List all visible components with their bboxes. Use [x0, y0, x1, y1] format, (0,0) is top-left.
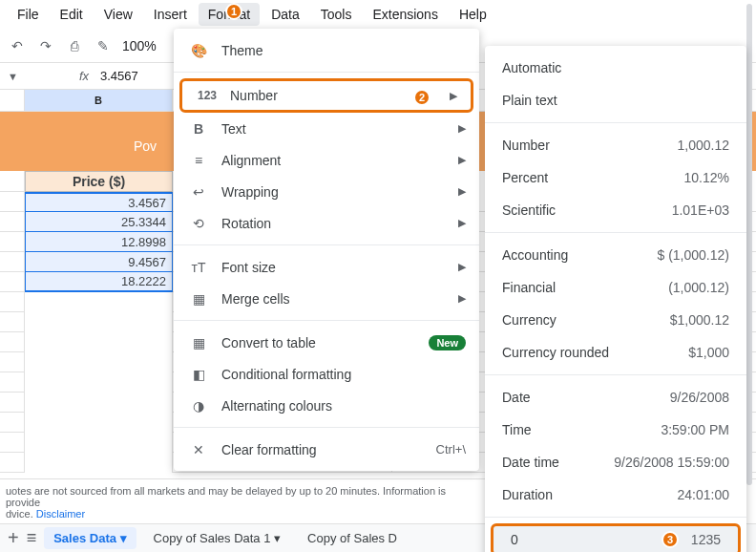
number-format-option[interactable]: Currency$1,000.12 — [485, 304, 746, 336]
column-header-b[interactable]: B — [25, 90, 173, 111]
number-format-submenu: AutomaticPlain textNumber1,000.12Percent… — [485, 46, 746, 552]
menu-item-font-size[interactable]: тTFont size▶ — [174, 251, 479, 283]
format-label: Currency — [502, 312, 556, 328]
menu-tools[interactable]: Tools — [311, 3, 362, 26]
menu-edit[interactable]: Edit — [51, 3, 93, 26]
cell-value[interactable]: 12.8998 — [25, 232, 173, 252]
row-header[interactable] — [0, 171, 25, 192]
paint-format-icon[interactable]: ✎ — [94, 36, 113, 55]
number-format-option[interactable]: Percent10.12% — [485, 161, 746, 194]
formula-value[interactable]: 3.4567 — [100, 69, 138, 83]
format-sample: (1,000.12) — [668, 280, 729, 295]
menu-insert[interactable]: Insert — [144, 3, 197, 26]
number-format-option[interactable]: Accounting$ (1,000.12) — [485, 239, 746, 271]
number-format-option[interactable]: Currency rounded$1,000 — [485, 336, 746, 369]
menu-file[interactable]: File — [8, 3, 49, 26]
menu-item-theme[interactable]: 🎨Theme — [174, 34, 479, 66]
sheet-tab[interactable]: Sales Data ▾ — [44, 527, 136, 549]
menu-item-convert-table[interactable]: ▦Convert to tableNew — [174, 327, 479, 358]
format-sample: 9/26/2008 — [670, 390, 729, 405]
row-header[interactable] — [0, 393, 25, 412]
row-header[interactable] — [0, 433, 25, 452]
menu-item-rotation[interactable]: ⟲Rotation▶ — [174, 207, 479, 239]
format-sample: 24:01:00 — [678, 487, 730, 502]
empty-cell[interactable] — [25, 312, 173, 332]
number-format-option[interactable]: Plain text — [485, 84, 746, 117]
empty-cell[interactable] — [25, 372, 173, 393]
number-format-option[interactable]: Duration24:01:00 — [485, 478, 746, 511]
sheet-tab[interactable]: Copy of Sales D — [298, 527, 407, 549]
empty-cell[interactable] — [25, 433, 173, 453]
new-badge: New — [429, 335, 466, 350]
empty-cell[interactable] — [25, 393, 173, 413]
menu-item-conditional-formatting[interactable]: ◧Conditional formatting — [174, 358, 479, 390]
empty-cell[interactable] — [25, 453, 173, 473]
number-format-option[interactable]: Date9/26/2008 — [485, 381, 746, 414]
cell-value[interactable]: 9.4567 — [25, 252, 173, 272]
menu-item-merge-cells[interactable]: ▦Merge cells▶ — [174, 283, 479, 314]
all-sheets-button[interactable]: ≡ — [27, 528, 37, 548]
chevron-down-icon[interactable]: ▼ — [8, 71, 18, 82]
row-header[interactable] — [0, 413, 25, 432]
cell-value[interactable]: 25.3344 — [25, 212, 173, 232]
menu-extensions[interactable]: Extensions — [363, 3, 447, 26]
row-header[interactable] — [0, 192, 25, 211]
format-label: Time — [502, 422, 532, 437]
format-label: Currency rounded — [502, 345, 609, 360]
menu-item-alternating-colours[interactable]: ◑Alternating colours — [174, 390, 479, 421]
row-header[interactable] — [0, 252, 25, 271]
format-label: 0 — [511, 532, 518, 547]
menu-item-number[interactable]: 123 Number 2 ▶ — [179, 78, 473, 113]
row-header[interactable] — [0, 272, 25, 291]
print-icon[interactable]: ⎙ — [65, 36, 84, 55]
redo-icon[interactable]: ↷ — [36, 36, 55, 55]
banner-text-fragment: Pov — [134, 138, 157, 154]
row-header[interactable] — [0, 332, 25, 351]
annotation-badge-1: 1 — [225, 3, 242, 20]
row-header[interactable] — [0, 232, 25, 251]
menu-data[interactable]: Data — [262, 3, 309, 26]
menu-item-text[interactable]: BText▶ — [174, 113, 479, 144]
annotation-badge-3: 3 — [662, 531, 679, 548]
chevron-right-icon: ▶ — [458, 154, 466, 166]
format-sample: 1.01E+03 — [672, 202, 729, 218]
number-format-option[interactable]: 031235 — [491, 523, 741, 552]
number-format-option[interactable]: Automatic — [485, 52, 746, 84]
fx-icon: fx — [79, 69, 89, 83]
chevron-right-icon: ▶ — [458, 122, 466, 135]
cell-value[interactable]: 18.2222 — [25, 272, 173, 292]
row-header[interactable] — [0, 372, 25, 392]
format-label: Automatic — [502, 60, 561, 75]
disclaimer-link[interactable]: Disclaimer — [36, 508, 85, 520]
row-header[interactable] — [0, 292, 25, 311]
menu-item-clear-formatting[interactable]: ✕Clear formattingCtrl+\ — [174, 434, 479, 465]
sheet-tab[interactable]: Copy of Sales Data 1 ▾ — [144, 527, 290, 549]
format-label: Date — [502, 390, 531, 405]
alignment-icon: ≡ — [189, 151, 208, 170]
number-format-option[interactable]: Number1,000.12 — [485, 129, 746, 161]
cell-value[interactable]: 3.4567 — [25, 192, 173, 212]
menu-item-wrapping[interactable]: ↩Wrapping▶ — [174, 176, 479, 207]
format-label: Duration — [502, 487, 553, 502]
add-sheet-button[interactable]: + — [8, 527, 19, 549]
menu-help[interactable]: Help — [450, 3, 496, 26]
undo-icon[interactable]: ↶ — [8, 36, 27, 55]
zoom-level[interactable]: 100% — [122, 38, 157, 53]
menu-item-alignment[interactable]: ≡Alignment▶ — [174, 144, 479, 176]
row-header[interactable] — [0, 212, 25, 231]
number-format-option[interactable]: Date time9/26/2008 15:59:00 — [485, 446, 746, 478]
number-format-option[interactable]: Financial(1,000.12) — [485, 271, 746, 304]
empty-cell[interactable] — [25, 352, 173, 372]
number-format-option[interactable]: Time3:59:00 PM — [485, 414, 746, 446]
menu-view[interactable]: View — [94, 3, 142, 26]
row-header[interactable] — [0, 352, 25, 372]
empty-cell[interactable] — [25, 292, 173, 312]
theme-icon: 🎨 — [189, 41, 208, 60]
row-header[interactable] — [0, 453, 25, 472]
row-header[interactable] — [0, 312, 25, 331]
select-all-corner[interactable] — [0, 90, 25, 111]
empty-cell[interactable] — [25, 413, 173, 433]
number-format-option[interactable]: Scientific1.01E+03 — [485, 194, 746, 226]
empty-cell[interactable] — [25, 332, 173, 352]
submenu-scrollbar[interactable] — [746, 4, 752, 485]
